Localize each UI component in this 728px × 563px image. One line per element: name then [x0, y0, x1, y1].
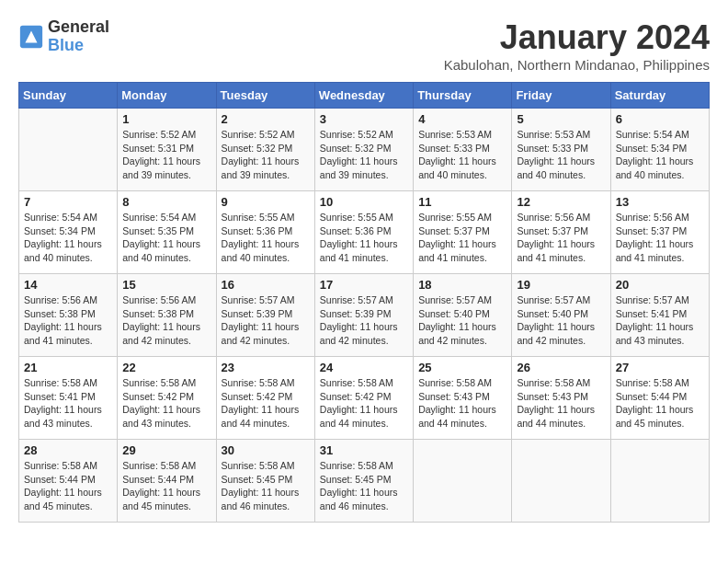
- calendar-day-cell: 4Sunrise: 5:53 AM Sunset: 5:33 PM Daylig…: [414, 109, 512, 191]
- calendar-day-cell: 20Sunrise: 5:57 AM Sunset: 5:41 PM Dayli…: [610, 274, 709, 357]
- calendar-day-cell: 26Sunrise: 5:58 AM Sunset: 5:43 PM Dayli…: [512, 357, 610, 440]
- day-number: 26: [517, 361, 605, 374]
- day-info: Sunrise: 5:57 AM Sunset: 5:41 PM Dayligh…: [616, 293, 704, 348]
- day-number: 7: [24, 195, 112, 209]
- logo-text: General Blue: [48, 18, 109, 55]
- calendar-day-cell: 17Sunrise: 5:57 AM Sunset: 5:39 PM Dayli…: [314, 274, 413, 357]
- calendar-day-cell: 21Sunrise: 5:58 AM Sunset: 5:41 PM Dayli…: [19, 357, 118, 440]
- calendar-day-cell: 13Sunrise: 5:56 AM Sunset: 5:37 PM Dayli…: [610, 191, 709, 274]
- day-number: 17: [320, 278, 408, 292]
- calendar-day-cell: [19, 109, 118, 191]
- day-info: Sunrise: 5:58 AM Sunset: 5:43 PM Dayligh…: [418, 376, 506, 431]
- calendar-week-row: 14Sunrise: 5:56 AM Sunset: 5:38 PM Dayli…: [19, 274, 710, 357]
- day-info: Sunrise: 5:58 AM Sunset: 5:43 PM Dayligh…: [517, 376, 605, 431]
- day-number: 22: [122, 361, 210, 374]
- day-number: 19: [517, 278, 605, 292]
- day-info: Sunrise: 5:58 AM Sunset: 5:44 PM Dayligh…: [122, 459, 210, 513]
- weekday-header-saturday: Saturday: [610, 83, 709, 109]
- day-number: 10: [320, 195, 408, 209]
- weekday-header-row: SundayMondayTuesdayWednesdayThursdayFrid…: [19, 83, 710, 109]
- day-number: 23: [222, 361, 310, 374]
- calendar-day-cell: 23Sunrise: 5:58 AM Sunset: 5:42 PM Dayli…: [216, 357, 314, 440]
- day-info: Sunrise: 5:58 AM Sunset: 5:42 PM Dayligh…: [122, 376, 210, 431]
- day-info: Sunrise: 5:53 AM Sunset: 5:33 PM Dayligh…: [517, 128, 605, 182]
- day-number: 27: [616, 361, 704, 374]
- day-number: 9: [222, 195, 310, 209]
- day-info: Sunrise: 5:58 AM Sunset: 5:45 PM Dayligh…: [320, 459, 408, 513]
- weekday-header-thursday: Thursday: [414, 83, 512, 109]
- weekday-header-monday: Monday: [118, 83, 216, 109]
- calendar-day-cell: 12Sunrise: 5:56 AM Sunset: 5:37 PM Dayli…: [512, 191, 610, 274]
- calendar-day-cell: 31Sunrise: 5:58 AM Sunset: 5:45 PM Dayli…: [314, 440, 413, 523]
- day-number: 8: [122, 195, 210, 209]
- logo-icon: [18, 24, 44, 50]
- day-info: Sunrise: 5:58 AM Sunset: 5:45 PM Dayligh…: [222, 459, 310, 513]
- weekday-header-friday: Friday: [512, 83, 610, 109]
- day-info: Sunrise: 5:54 AM Sunset: 5:34 PM Dayligh…: [616, 128, 704, 182]
- day-number: 11: [418, 195, 506, 209]
- day-info: Sunrise: 5:58 AM Sunset: 5:42 PM Dayligh…: [222, 376, 310, 431]
- calendar-day-cell: 5Sunrise: 5:53 AM Sunset: 5:33 PM Daylig…: [512, 109, 610, 191]
- calendar-day-cell: 6Sunrise: 5:54 AM Sunset: 5:34 PM Daylig…: [610, 109, 709, 191]
- day-info: Sunrise: 5:52 AM Sunset: 5:31 PM Dayligh…: [122, 128, 210, 182]
- day-number: 28: [24, 443, 112, 457]
- logo-line1: General: [48, 18, 109, 37]
- day-info: Sunrise: 5:58 AM Sunset: 5:44 PM Dayligh…: [24, 459, 112, 513]
- day-info: Sunrise: 5:56 AM Sunset: 5:38 PM Dayligh…: [24, 293, 112, 348]
- calendar-table: SundayMondayTuesdayWednesdayThursdayFrid…: [18, 82, 710, 523]
- day-info: Sunrise: 5:54 AM Sunset: 5:35 PM Dayligh…: [122, 211, 210, 265]
- calendar-day-cell: 10Sunrise: 5:55 AM Sunset: 5:36 PM Dayli…: [314, 191, 413, 274]
- day-number: 31: [320, 443, 408, 457]
- day-info: Sunrise: 5:56 AM Sunset: 5:37 PM Dayligh…: [517, 211, 605, 265]
- day-info: Sunrise: 5:58 AM Sunset: 5:44 PM Dayligh…: [616, 376, 704, 431]
- calendar-day-cell: [610, 440, 709, 523]
- day-info: Sunrise: 5:56 AM Sunset: 5:38 PM Dayligh…: [122, 293, 210, 348]
- day-info: Sunrise: 5:57 AM Sunset: 5:39 PM Dayligh…: [320, 293, 408, 348]
- day-info: Sunrise: 5:55 AM Sunset: 5:36 PM Dayligh…: [222, 211, 310, 265]
- day-info: Sunrise: 5:57 AM Sunset: 5:40 PM Dayligh…: [418, 293, 506, 348]
- day-number: 6: [616, 112, 704, 126]
- calendar-day-cell: 3Sunrise: 5:52 AM Sunset: 5:32 PM Daylig…: [314, 109, 413, 191]
- day-number: 15: [122, 278, 210, 292]
- page-header: General Blue January 2024 Kabulohan, Nor…: [18, 18, 710, 73]
- day-info: Sunrise: 5:55 AM Sunset: 5:36 PM Dayligh…: [320, 211, 408, 265]
- calendar-week-row: 7Sunrise: 5:54 AM Sunset: 5:34 PM Daylig…: [19, 191, 710, 274]
- weekday-header-sunday: Sunday: [19, 83, 118, 109]
- day-number: 29: [122, 443, 210, 457]
- calendar-day-cell: 25Sunrise: 5:58 AM Sunset: 5:43 PM Dayli…: [414, 357, 512, 440]
- location-subtitle: Kabulohan, Northern Mindanao, Philippine…: [444, 57, 710, 73]
- day-number: 1: [122, 112, 210, 126]
- day-number: 14: [24, 278, 112, 292]
- calendar-day-cell: 22Sunrise: 5:58 AM Sunset: 5:42 PM Dayli…: [118, 357, 216, 440]
- calendar-week-row: 1Sunrise: 5:52 AM Sunset: 5:31 PM Daylig…: [19, 109, 710, 191]
- calendar-day-cell: 8Sunrise: 5:54 AM Sunset: 5:35 PM Daylig…: [118, 191, 216, 274]
- day-number: 24: [320, 361, 408, 374]
- day-info: Sunrise: 5:53 AM Sunset: 5:33 PM Dayligh…: [418, 128, 506, 182]
- day-number: 2: [222, 112, 310, 126]
- day-number: 25: [418, 361, 506, 374]
- calendar-day-cell: 1Sunrise: 5:52 AM Sunset: 5:31 PM Daylig…: [118, 109, 216, 191]
- day-info: Sunrise: 5:52 AM Sunset: 5:32 PM Dayligh…: [222, 128, 310, 182]
- day-number: 30: [222, 443, 310, 457]
- day-info: Sunrise: 5:57 AM Sunset: 5:40 PM Dayligh…: [517, 293, 605, 348]
- day-info: Sunrise: 5:58 AM Sunset: 5:42 PM Dayligh…: [320, 376, 408, 431]
- weekday-header-tuesday: Tuesday: [216, 83, 314, 109]
- logo: General Blue: [18, 18, 109, 55]
- calendar-day-cell: 30Sunrise: 5:58 AM Sunset: 5:45 PM Dayli…: [216, 440, 314, 523]
- calendar-week-row: 21Sunrise: 5:58 AM Sunset: 5:41 PM Dayli…: [19, 357, 710, 440]
- calendar-day-cell: 18Sunrise: 5:57 AM Sunset: 5:40 PM Dayli…: [414, 274, 512, 357]
- day-number: 18: [418, 278, 506, 292]
- day-info: Sunrise: 5:52 AM Sunset: 5:32 PM Dayligh…: [320, 128, 408, 182]
- day-info: Sunrise: 5:56 AM Sunset: 5:37 PM Dayligh…: [616, 211, 704, 265]
- calendar-day-cell: 16Sunrise: 5:57 AM Sunset: 5:39 PM Dayli…: [216, 274, 314, 357]
- weekday-header-wednesday: Wednesday: [314, 83, 413, 109]
- calendar-day-cell: 28Sunrise: 5:58 AM Sunset: 5:44 PM Dayli…: [19, 440, 118, 523]
- calendar-week-row: 28Sunrise: 5:58 AM Sunset: 5:44 PM Dayli…: [19, 440, 710, 523]
- month-title: January 2024: [444, 18, 710, 57]
- day-number: 4: [418, 112, 506, 126]
- calendar-day-cell: 19Sunrise: 5:57 AM Sunset: 5:40 PM Dayli…: [512, 274, 610, 357]
- day-info: Sunrise: 5:57 AM Sunset: 5:39 PM Dayligh…: [222, 293, 310, 348]
- calendar-day-cell: 11Sunrise: 5:55 AM Sunset: 5:37 PM Dayli…: [414, 191, 512, 274]
- calendar-day-cell: 15Sunrise: 5:56 AM Sunset: 5:38 PM Dayli…: [118, 274, 216, 357]
- day-info: Sunrise: 5:58 AM Sunset: 5:41 PM Dayligh…: [24, 376, 112, 431]
